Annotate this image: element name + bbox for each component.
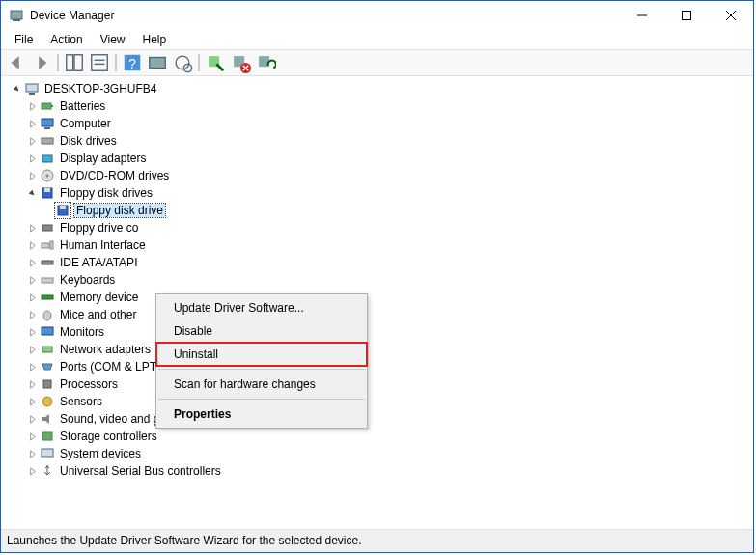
tree-item-floppy-drive[interactable]: Floppy disk drive [5, 202, 749, 219]
expand-icon[interactable] [24, 446, 40, 461]
svg-point-14 [176, 56, 189, 69]
enable-button[interactable] [204, 52, 227, 73]
expand-icon[interactable] [24, 116, 40, 131]
tree-item-network[interactable]: Network adapters [5, 341, 749, 358]
window-title: Device Manager [30, 9, 620, 22]
expand-icon[interactable] [24, 272, 40, 288]
back-button[interactable] [5, 52, 28, 73]
svg-point-32 [46, 175, 49, 178]
tree-item-disk[interactable]: Disk drives [5, 132, 749, 150]
monitor-icon [40, 324, 55, 340]
tree-item-usb[interactable]: Universal Serial Bus controllers [5, 462, 749, 480]
app-icon [9, 8, 24, 23]
expand-icon[interactable] [24, 463, 40, 479]
display-icon [40, 151, 55, 166]
menu-action[interactable]: Action [42, 31, 90, 48]
expand-icon[interactable] [24, 290, 40, 305]
tree-content: DESKTOP-3GHUFB4 Batteries Computer Disk … [1, 76, 753, 529]
memory-icon [40, 290, 55, 305]
properties-button[interactable] [88, 52, 111, 73]
refresh-button[interactable] [254, 52, 277, 73]
controller-icon [40, 220, 55, 236]
mouse-icon [40, 307, 55, 322]
ctx-separator [158, 399, 365, 400]
tree-item-hid[interactable]: Human Interface [5, 236, 749, 254]
tree-item-processors[interactable]: Processors [5, 375, 749, 393]
expand-icon[interactable] [24, 342, 40, 357]
scan-hardware-button[interactable] [146, 52, 169, 73]
expand-icon[interactable] [24, 359, 40, 375]
svg-rect-48 [42, 432, 52, 440]
tree-item-sensors[interactable]: Sensors [5, 393, 749, 410]
maximize-button[interactable] [664, 1, 709, 30]
menu-help[interactable]: Help [135, 31, 175, 48]
expand-icon[interactable] [24, 237, 40, 253]
svg-point-15 [183, 64, 191, 71]
svg-rect-30 [42, 155, 52, 162]
toolbar-separator [57, 54, 59, 71]
ctx-properties[interactable]: Properties [156, 402, 367, 426]
expand-icon[interactable] [24, 151, 40, 166]
tree-item-floppy-ctrl[interactable]: Floppy drive co [5, 219, 749, 236]
menu-file[interactable]: File [7, 31, 41, 48]
menu-view[interactable]: View [93, 31, 133, 48]
show-hide-tree-button[interactable] [63, 52, 86, 73]
tree-item-keyboards[interactable]: Keyboards [5, 271, 749, 289]
svg-rect-38 [42, 243, 49, 248]
tree-item-monitors[interactable]: Monitors [5, 323, 749, 341]
uninstall-button[interactable] [229, 52, 252, 73]
tree-item-ide[interactable]: IDE ATA/ATAPI [5, 254, 749, 271]
tree-item-storage[interactable]: Storage controllers [5, 428, 749, 445]
tree-item-computer[interactable]: Computer [5, 115, 749, 132]
minimize-button[interactable] [620, 1, 664, 30]
tree-item-dvd[interactable]: DVD/CD-ROM drives [5, 167, 749, 184]
tree-item-mice[interactable]: Mice and other [5, 306, 749, 323]
tree-item-ports[interactable]: Ports (COM & LPT) [5, 358, 749, 375]
tree-root[interactable]: DESKTOP-3GHUFB4 [5, 80, 749, 97]
tree-item-batteries[interactable]: Batteries [5, 97, 749, 115]
ctx-update-driver[interactable]: Update Driver Software... [156, 296, 367, 319]
sensor-icon [40, 394, 55, 409]
ctx-disable[interactable]: Disable [156, 319, 367, 343]
expand-icon[interactable] [24, 429, 40, 444]
update-driver-button[interactable] [171, 52, 194, 73]
svg-rect-44 [42, 327, 53, 335]
close-button[interactable] [709, 1, 753, 30]
expand-icon[interactable] [24, 394, 40, 409]
expand-icon[interactable] [24, 168, 40, 183]
window-buttons [620, 1, 753, 30]
expand-icon[interactable] [24, 133, 40, 149]
help-button[interactable]: ? [121, 52, 144, 73]
keyboard-icon [40, 272, 55, 288]
expand-icon[interactable] [24, 376, 40, 392]
toolbar-separator [115, 54, 117, 71]
tree-item-floppy[interactable]: Floppy disk drives [5, 184, 749, 202]
svg-rect-1 [13, 19, 20, 21]
expand-icon[interactable] [24, 411, 40, 427]
tree-item-memory[interactable]: Memory device [5, 289, 749, 306]
menubar: File Action View Help [1, 30, 753, 49]
forward-button[interactable] [30, 52, 53, 73]
ctx-scan[interactable]: Scan for hardware changes [156, 373, 367, 396]
tree-item-display[interactable]: Display adapters [5, 150, 749, 167]
dvd-icon [40, 168, 55, 183]
battery-icon [40, 98, 55, 114]
ctx-uninstall[interactable]: Uninstall [156, 343, 367, 366]
storage-icon [40, 429, 55, 444]
svg-rect-3 [683, 12, 691, 20]
tree-item-sound[interactable]: Sound, video and game controllers [5, 410, 749, 428]
svg-rect-8 [92, 55, 108, 71]
expand-icon[interactable] [24, 324, 40, 340]
sound-icon [40, 411, 55, 427]
collapse-icon[interactable] [24, 185, 40, 201]
svg-rect-22 [26, 84, 38, 92]
expand-icon[interactable] [9, 81, 24, 97]
expand-icon[interactable] [24, 307, 40, 322]
svg-text:?: ? [128, 57, 136, 71]
expand-icon[interactable] [24, 255, 40, 270]
expand-icon[interactable] [24, 220, 40, 236]
tree-item-system[interactable]: System devices [5, 445, 749, 462]
svg-rect-37 [42, 225, 52, 231]
monitor-icon [40, 116, 55, 131]
expand-icon[interactable] [24, 98, 40, 114]
